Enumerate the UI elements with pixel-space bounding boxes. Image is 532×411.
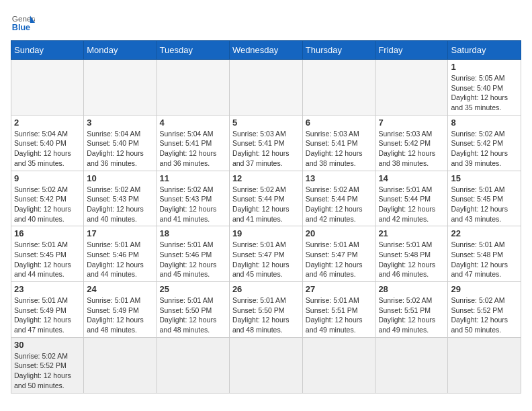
calendar-week-row: 16Sunrise: 5:01 AM Sunset: 5:45 PM Dayli… <box>11 226 521 282</box>
weekday-header-saturday: Saturday <box>448 41 521 60</box>
calendar-cell: 10Sunrise: 5:02 AM Sunset: 5:43 PM Dayli… <box>84 171 157 226</box>
day-info: Sunrise: 5:02 AM Sunset: 5:43 PM Dayligh… <box>160 185 226 224</box>
calendar-cell: 11Sunrise: 5:02 AM Sunset: 5:43 PM Dayli… <box>157 171 229 226</box>
day-info: Sunrise: 5:03 AM Sunset: 5:41 PM Dayligh… <box>306 129 373 169</box>
calendar-cell: 9Sunrise: 5:02 AM Sunset: 5:42 PM Daylig… <box>11 171 84 226</box>
day-number: 2 <box>14 118 81 128</box>
day-info: Sunrise: 5:01 AM Sunset: 5:50 PM Dayligh… <box>232 295 300 335</box>
day-info: Sunrise: 5:03 AM Sunset: 5:42 PM Dayligh… <box>378 129 445 169</box>
page-header: General Blue <box>11 11 521 35</box>
calendar-cell: 5Sunrise: 5:03 AM Sunset: 5:41 PM Daylig… <box>229 115 302 171</box>
calendar-cell: 15Sunrise: 5:01 AM Sunset: 5:45 PM Dayli… <box>448 171 521 226</box>
day-info: Sunrise: 5:01 AM Sunset: 5:48 PM Dayligh… <box>378 240 445 279</box>
day-number: 30 <box>14 340 81 350</box>
day-number: 29 <box>451 284 518 294</box>
day-info: Sunrise: 5:03 AM Sunset: 5:41 PM Dayligh… <box>232 129 300 169</box>
day-info: Sunrise: 5:01 AM Sunset: 5:50 PM Dayligh… <box>160 295 226 335</box>
calendar-week-row: 9Sunrise: 5:02 AM Sunset: 5:42 PM Daylig… <box>11 171 521 226</box>
day-number: 25 <box>160 284 226 294</box>
calendar-cell: 23Sunrise: 5:01 AM Sunset: 5:49 PM Dayli… <box>11 282 84 338</box>
day-info: Sunrise: 5:02 AM Sunset: 5:42 PM Dayligh… <box>451 129 518 169</box>
calendar-cell <box>84 60 157 116</box>
day-number: 21 <box>378 228 445 238</box>
calendar-cell: 6Sunrise: 5:03 AM Sunset: 5:41 PM Daylig… <box>302 115 375 171</box>
day-number: 4 <box>160 118 226 128</box>
day-number: 24 <box>87 284 153 294</box>
day-info: Sunrise: 5:01 AM Sunset: 5:46 PM Dayligh… <box>160 240 226 279</box>
weekday-header-friday: Friday <box>375 41 448 60</box>
calendar-cell: 26Sunrise: 5:01 AM Sunset: 5:50 PM Dayli… <box>229 282 302 338</box>
day-number: 22 <box>451 228 518 238</box>
day-number: 23 <box>14 284 81 294</box>
day-number: 19 <box>232 228 300 238</box>
day-info: Sunrise: 5:01 AM Sunset: 5:45 PM Dayligh… <box>451 185 518 224</box>
day-number: 12 <box>232 173 300 183</box>
day-info: Sunrise: 5:01 AM Sunset: 5:48 PM Dayligh… <box>451 240 518 279</box>
calendar-week-row: 30Sunrise: 5:02 AM Sunset: 5:52 PM Dayli… <box>11 337 521 393</box>
calendar-cell: 1Sunrise: 5:05 AM Sunset: 5:40 PM Daylig… <box>448 60 521 116</box>
calendar-cell <box>302 60 375 116</box>
calendar-cell: 24Sunrise: 5:01 AM Sunset: 5:49 PM Dayli… <box>84 282 157 338</box>
day-number: 3 <box>87 118 153 128</box>
day-info: Sunrise: 5:02 AM Sunset: 5:42 PM Dayligh… <box>14 185 81 224</box>
day-number: 14 <box>378 173 445 183</box>
day-info: Sunrise: 5:01 AM Sunset: 5:51 PM Dayligh… <box>306 295 373 335</box>
day-info: Sunrise: 5:02 AM Sunset: 5:51 PM Dayligh… <box>378 295 445 335</box>
calendar-cell: 30Sunrise: 5:02 AM Sunset: 5:52 PM Dayli… <box>11 337 84 393</box>
logo: General Blue <box>11 11 35 35</box>
calendar-table: SundayMondayTuesdayWednesdayThursdayFrid… <box>11 40 521 394</box>
day-number: 8 <box>451 118 518 128</box>
day-number: 1 <box>451 62 518 72</box>
day-number: 17 <box>87 228 153 238</box>
calendar-cell <box>157 60 229 116</box>
calendar-cell <box>302 337 375 393</box>
day-info: Sunrise: 5:01 AM Sunset: 5:49 PM Dayligh… <box>14 295 81 335</box>
day-info: Sunrise: 5:02 AM Sunset: 5:44 PM Dayligh… <box>306 185 373 224</box>
day-number: 13 <box>306 173 373 183</box>
weekday-header-wednesday: Wednesday <box>229 41 302 60</box>
calendar-cell <box>84 337 157 393</box>
calendar-cell: 18Sunrise: 5:01 AM Sunset: 5:46 PM Dayli… <box>157 226 229 282</box>
calendar-cell: 28Sunrise: 5:02 AM Sunset: 5:51 PM Dayli… <box>375 282 448 338</box>
day-number: 6 <box>306 118 373 128</box>
day-info: Sunrise: 5:02 AM Sunset: 5:44 PM Dayligh… <box>232 185 300 224</box>
day-number: 27 <box>306 284 373 294</box>
day-info: Sunrise: 5:01 AM Sunset: 5:46 PM Dayligh… <box>87 240 153 279</box>
calendar-body: 1Sunrise: 5:05 AM Sunset: 5:40 PM Daylig… <box>11 60 521 394</box>
calendar-week-row: 1Sunrise: 5:05 AM Sunset: 5:40 PM Daylig… <box>11 60 521 116</box>
calendar-cell: 27Sunrise: 5:01 AM Sunset: 5:51 PM Dayli… <box>302 282 375 338</box>
weekday-header-tuesday: Tuesday <box>157 41 229 60</box>
calendar-cell: 25Sunrise: 5:01 AM Sunset: 5:50 PM Dayli… <box>157 282 229 338</box>
weekday-header-monday: Monday <box>84 41 157 60</box>
calendar-cell <box>229 60 302 116</box>
day-info: Sunrise: 5:02 AM Sunset: 5:43 PM Dayligh… <box>87 185 153 224</box>
calendar-cell: 8Sunrise: 5:02 AM Sunset: 5:42 PM Daylig… <box>448 115 521 171</box>
logo-icon: General Blue <box>11 11 35 35</box>
calendar-cell: 21Sunrise: 5:01 AM Sunset: 5:48 PM Dayli… <box>375 226 448 282</box>
day-number: 7 <box>378 118 445 128</box>
calendar-cell: 29Sunrise: 5:02 AM Sunset: 5:52 PM Dayli… <box>448 282 521 338</box>
calendar-cell <box>11 60 84 116</box>
calendar-week-row: 2Sunrise: 5:04 AM Sunset: 5:40 PM Daylig… <box>11 115 521 171</box>
calendar-cell: 2Sunrise: 5:04 AM Sunset: 5:40 PM Daylig… <box>11 115 84 171</box>
calendar-cell: 19Sunrise: 5:01 AM Sunset: 5:47 PM Dayli… <box>229 226 302 282</box>
calendar-week-row: 23Sunrise: 5:01 AM Sunset: 5:49 PM Dayli… <box>11 282 521 338</box>
day-info: Sunrise: 5:04 AM Sunset: 5:41 PM Dayligh… <box>160 129 226 169</box>
calendar-cell: 14Sunrise: 5:01 AM Sunset: 5:44 PM Dayli… <box>375 171 448 226</box>
calendar-cell: 13Sunrise: 5:02 AM Sunset: 5:44 PM Dayli… <box>302 171 375 226</box>
day-number: 5 <box>232 118 300 128</box>
day-number: 18 <box>160 228 226 238</box>
calendar-cell <box>448 337 521 393</box>
day-info: Sunrise: 5:04 AM Sunset: 5:40 PM Dayligh… <box>14 129 81 169</box>
calendar-cell: 12Sunrise: 5:02 AM Sunset: 5:44 PM Dayli… <box>229 171 302 226</box>
svg-text:Blue: Blue <box>12 23 30 32</box>
day-number: 26 <box>232 284 300 294</box>
day-number: 20 <box>306 228 373 238</box>
calendar-cell: 20Sunrise: 5:01 AM Sunset: 5:47 PM Dayli… <box>302 226 375 282</box>
calendar-cell <box>157 337 229 393</box>
day-info: Sunrise: 5:01 AM Sunset: 5:49 PM Dayligh… <box>87 295 153 335</box>
day-info: Sunrise: 5:02 AM Sunset: 5:52 PM Dayligh… <box>14 351 81 391</box>
day-info: Sunrise: 5:01 AM Sunset: 5:47 PM Dayligh… <box>306 240 373 279</box>
calendar-cell: 7Sunrise: 5:03 AM Sunset: 5:42 PM Daylig… <box>375 115 448 171</box>
day-info: Sunrise: 5:02 AM Sunset: 5:52 PM Dayligh… <box>451 295 518 335</box>
